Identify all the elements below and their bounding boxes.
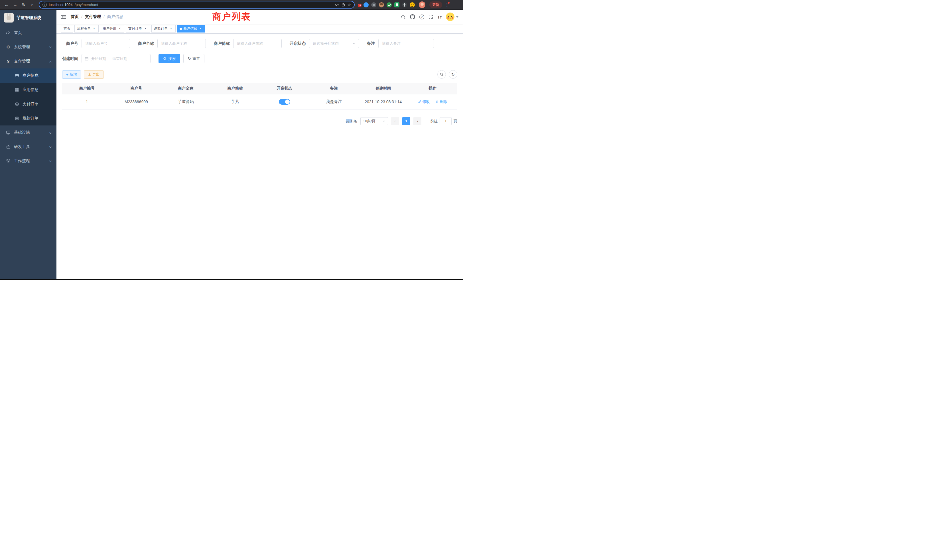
col-header-id: 商户编号: [62, 83, 112, 94]
tab-label: 商户信息: [183, 26, 197, 31]
status-toggle[interactable]: [279, 99, 290, 104]
site-info-icon[interactable]: i: [42, 3, 47, 7]
sidebar-item-app-info[interactable]: 应用信息: [0, 83, 56, 97]
total-count: 共 1 条: [346, 119, 357, 124]
sidebar-item-dev-tools[interactable]: 研发工具 ∨: [0, 140, 56, 154]
breadcrumb: 首页 / 支付管理 / 商户信息: [71, 14, 123, 20]
user-menu[interactable]: [446, 12, 458, 21]
tab-pay-order[interactable]: 支付订单×: [126, 25, 150, 32]
sidebar-item-label: 研发工具: [14, 144, 49, 150]
sidebar-item-system[interactable]: ⚙ 系统管理 ∨: [0, 40, 56, 54]
status-select[interactable]: 请选择开启状态: [309, 39, 359, 48]
refresh-table-button[interactable]: ↻: [449, 70, 457, 79]
form-item-status: 开启状态 请选择开启状态: [290, 39, 359, 48]
export-button[interactable]: 导出: [84, 70, 104, 79]
breadcrumb-payment[interactable]: 支付管理: [85, 14, 101, 20]
browser-forward-icon[interactable]: →: [11, 1, 19, 9]
browser-menu-icon[interactable]: ⋮: [445, 2, 449, 8]
breadcrumb-home[interactable]: 首页: [71, 14, 79, 20]
close-icon[interactable]: ×: [198, 27, 203, 31]
plus-icon: +: [66, 73, 68, 76]
goto-page-input[interactable]: [440, 117, 452, 125]
address-bar[interactable]: i localhost:1024/pay/merchant ☆: [39, 1, 355, 9]
full-name-input[interactable]: [157, 39, 206, 48]
close-icon[interactable]: ×: [118, 27, 122, 31]
add-button[interactable]: + 新增: [62, 70, 81, 79]
page-size-select[interactable]: 10条/页: [360, 117, 388, 125]
tab-process-form[interactable]: 流程表单×: [74, 25, 98, 32]
extension-icon[interactable]: [387, 2, 392, 8]
workflow-icon: [5, 159, 11, 163]
tab-merchant-info[interactable]: 商户信息×: [177, 25, 205, 32]
prev-page-button[interactable]: ‹: [391, 117, 399, 125]
github-icon[interactable]: [410, 14, 415, 20]
chevron-down-icon: ∨: [49, 145, 52, 148]
merchant-no-input[interactable]: [82, 39, 130, 48]
bookmark-star-icon[interactable]: ☆: [347, 3, 351, 7]
next-page-button[interactable]: ›: [413, 117, 421, 125]
help-icon[interactable]: ?: [419, 15, 424, 20]
pagination: 共 1 条 10条/页 ‹ 1 › 前往 页: [62, 117, 457, 125]
remark-label: 备注: [367, 41, 378, 46]
browser-profile-avatar[interactable]: [419, 2, 425, 8]
close-icon[interactable]: ×: [169, 27, 173, 31]
select-placeholder: 请选择开启状态: [313, 41, 339, 46]
tab-label: 支付订单: [128, 26, 142, 31]
password-key-icon[interactable]: [335, 3, 339, 7]
sidebar-item-workflow[interactable]: 工作流程 ∨: [0, 154, 56, 168]
navbar-actions: ? TT: [401, 12, 458, 21]
trash-icon: [435, 100, 439, 103]
search-button[interactable]: 搜索: [159, 54, 180, 63]
extension-icon[interactable]: [402, 2, 407, 8]
delete-button[interactable]: 删除: [435, 99, 447, 104]
tab-refund-order[interactable]: 退款订单×: [151, 25, 176, 32]
browser-home-icon[interactable]: ⌂: [29, 1, 36, 9]
extension-icon[interactable]: [371, 2, 376, 8]
browser-reload-icon[interactable]: ↻: [20, 1, 27, 9]
extension-icon[interactable]: [379, 2, 384, 8]
sidebar-item-label: 支付订单: [23, 101, 38, 107]
add-button-label: 新增: [70, 72, 77, 77]
goto-prefix: 前往: [430, 119, 437, 124]
cell-actions: 修改 删除: [408, 94, 457, 109]
sidebar-item-home[interactable]: 首页: [0, 26, 56, 40]
extension-icon[interactable]: [363, 2, 369, 8]
extension-icon[interactable]: 10: [359, 4, 361, 6]
url-path: /pay/merchant: [75, 3, 98, 7]
search-icon[interactable]: [401, 15, 406, 20]
sidebar-item-infrastructure[interactable]: 基础设施 ∨: [0, 126, 56, 140]
chevron-down-icon: ∨: [49, 131, 52, 134]
extension-icon[interactable]: [394, 2, 399, 8]
export-button-label: 导出: [93, 72, 100, 77]
browser-update-button[interactable]: 更新: [429, 2, 442, 8]
close-icon[interactable]: ×: [92, 27, 96, 31]
tab-user-group[interactable]: 用户分组×: [100, 25, 124, 32]
edit-button[interactable]: 修改: [418, 99, 430, 104]
app-logo[interactable]: 芋道管理系统: [0, 10, 56, 26]
page-1-button[interactable]: 1: [402, 117, 410, 125]
create-time-range-picker[interactable]: 开始日期 - 结束日期: [82, 54, 151, 63]
page-size-value: 10条/页: [363, 119, 375, 124]
reset-button[interactable]: ↻ 重置: [183, 54, 204, 63]
table-row: 1 M233666999 芋道源码 芋艿 我是备注 2021-10-23 08:…: [62, 94, 457, 109]
form-item-reset: ↻ 重置: [183, 54, 204, 63]
share-icon[interactable]: [341, 3, 345, 7]
sidebar-item-refund-order[interactable]: 退款订单: [0, 111, 56, 126]
tab-label: 首页: [64, 26, 70, 31]
refresh-icon: ↻: [188, 57, 191, 61]
sidebar-item-pay-order[interactable]: 支付订单: [0, 97, 56, 111]
delete-label: 删除: [440, 99, 447, 104]
sidebar-item-merchant-info[interactable]: 商户信息: [0, 68, 56, 83]
toggle-search-button[interactable]: [437, 70, 446, 79]
close-icon[interactable]: ×: [144, 27, 147, 31]
tab-home[interactable]: 首页: [61, 25, 73, 32]
short-name-input[interactable]: [233, 39, 282, 48]
sidebar-item-payment[interactable]: ¥ 支付管理 ∧: [0, 54, 56, 68]
font-size-icon[interactable]: TT: [437, 15, 442, 19]
browser-back-icon[interactable]: ←: [3, 1, 10, 9]
fullscreen-icon[interactable]: [428, 15, 433, 19]
remark-input[interactable]: [378, 39, 434, 48]
sidebar: 芋道管理系统 首页 ⚙ 系统管理 ∨ ¥ 支付管理 ∧ 商户信息: [0, 10, 56, 279]
extension-icon[interactable]: [410, 2, 415, 8]
sidebar-toggle-icon[interactable]: [61, 15, 67, 20]
